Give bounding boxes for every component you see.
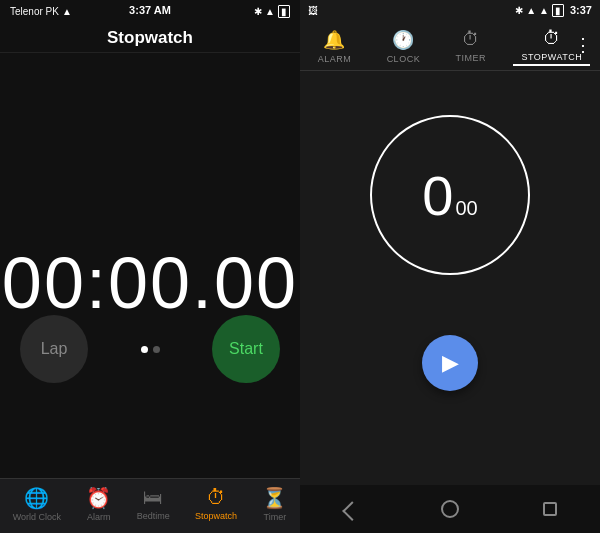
android-back-button[interactable] <box>334 493 366 525</box>
android-stopwatch-icon: ⏱ <box>543 28 561 49</box>
ios-status-time: 3:37 AM <box>129 4 171 16</box>
ios-time-display: 00:00.00 <box>2 242 298 324</box>
android-time: 3:37 <box>570 4 592 16</box>
bluetooth-icon: ✱ <box>254 6 262 17</box>
android-home-button[interactable] <box>434 493 466 525</box>
dot-2 <box>153 346 160 353</box>
android-stopwatch-content: 0 00 ▶ <box>300 71 600 485</box>
android-tab-timer[interactable]: ⏱ TIMER <box>448 27 495 65</box>
stopwatch-label: Stopwatch <box>195 511 237 521</box>
android-clock-label: CLOCK <box>387 54 421 64</box>
photo-icon: 🖼 <box>308 5 318 16</box>
android-wifi-icon: ▲ <box>539 5 549 16</box>
home-circle-icon <box>441 500 459 518</box>
timer-icon: ⏳ <box>262 486 287 510</box>
ios-stopwatch-title: Stopwatch <box>107 28 193 47</box>
android-timer-icon: ⏱ <box>462 29 480 50</box>
world-clock-icon: 🌐 <box>24 486 49 510</box>
tab-stopwatch[interactable]: ⏱ Stopwatch <box>195 486 237 521</box>
stopwatch-icon: ⏱ <box>206 486 226 509</box>
android-status-bar: 🖼 ✱ ▲ ▲ ▮ 3:37 <box>300 0 600 20</box>
ios-carrier: Telenor PK ▲ <box>10 6 72 17</box>
android-time-circle: 0 00 <box>370 115 530 275</box>
ios-tab-bar: 🌐 World Clock ⏰ Alarm 🛏 Bedtime ⏱ Stopwa… <box>0 478 300 533</box>
carrier-text: Telenor PK <box>10 6 59 17</box>
play-icon: ▶ <box>442 350 459 376</box>
world-clock-label: World Clock <box>13 512 61 522</box>
android-play-button[interactable]: ▶ <box>422 335 478 391</box>
android-signal-icon: ▲ <box>526 5 536 16</box>
android-tab-clock[interactable]: 🕐 CLOCK <box>379 27 429 66</box>
android-clock-icon: 🕐 <box>392 29 414 51</box>
android-recents-button[interactable] <box>534 493 566 525</box>
android-time-main: 0 <box>422 163 453 228</box>
ios-stopwatch-panel: Telenor PK ▲ 3:37 AM ✱ ▲ ▮ Stopwatch 00:… <box>0 0 300 533</box>
android-time-sub: 00 <box>455 197 477 220</box>
dot-1 <box>141 346 148 353</box>
ios-status-bar: Telenor PK ▲ 3:37 AM ✱ ▲ ▮ <box>0 0 300 20</box>
back-arrow-icon <box>342 501 362 521</box>
android-bluetooth-icon: ✱ <box>515 5 523 16</box>
battery-icon: ▮ <box>278 5 290 18</box>
lap-button[interactable]: Lap <box>20 315 88 383</box>
android-status-right: ✱ ▲ ▲ ▮ 3:37 <box>515 4 592 17</box>
android-toolbar: 🔔 ALARM 🕐 CLOCK ⏱ TIMER ⏱ STOPWATCH ⋮ <box>300 20 600 71</box>
more-options-button[interactable]: ⋮ <box>574 34 592 56</box>
alarm-label: Alarm <box>87 512 111 522</box>
signal-icon: ▲ <box>62 6 72 17</box>
android-tab-alarm[interactable]: 🔔 ALARM <box>310 27 360 66</box>
ios-status-right: ✱ ▲ ▮ <box>254 5 290 18</box>
start-button[interactable]: Start <box>212 315 280 383</box>
page-dots <box>141 346 160 353</box>
android-timer-label: TIMER <box>456 53 487 63</box>
tab-timer[interactable]: ⏳ Timer <box>262 486 287 522</box>
tab-bedtime[interactable]: 🛏 Bedtime <box>137 486 170 521</box>
bedtime-icon: 🛏 <box>143 486 163 509</box>
timer-label: Timer <box>263 512 286 522</box>
tab-alarm[interactable]: ⏰ Alarm <box>86 486 111 522</box>
ios-header: Stopwatch <box>0 20 300 53</box>
android-notification-area: 🖼 <box>308 5 318 16</box>
android-battery-icon: ▮ <box>552 4 564 17</box>
android-alarm-label: ALARM <box>318 54 352 64</box>
recents-square-icon <box>543 502 557 516</box>
tab-world-clock[interactable]: 🌐 World Clock <box>13 486 61 522</box>
android-nav-bar <box>300 485 600 533</box>
wifi-icon: ▲ <box>265 6 275 17</box>
android-time-display: 0 00 <box>422 163 477 228</box>
ios-stopwatch-display: 00:00.00 <box>0 53 300 533</box>
android-alarm-icon: 🔔 <box>323 29 345 51</box>
alarm-icon: ⏰ <box>86 486 111 510</box>
android-clock-panel: 🖼 ✱ ▲ ▲ ▮ 3:37 🔔 ALARM 🕐 CLOCK ⏱ TIMER ⏱… <box>300 0 600 533</box>
bedtime-label: Bedtime <box>137 511 170 521</box>
ios-controls: Lap Start <box>0 315 300 383</box>
